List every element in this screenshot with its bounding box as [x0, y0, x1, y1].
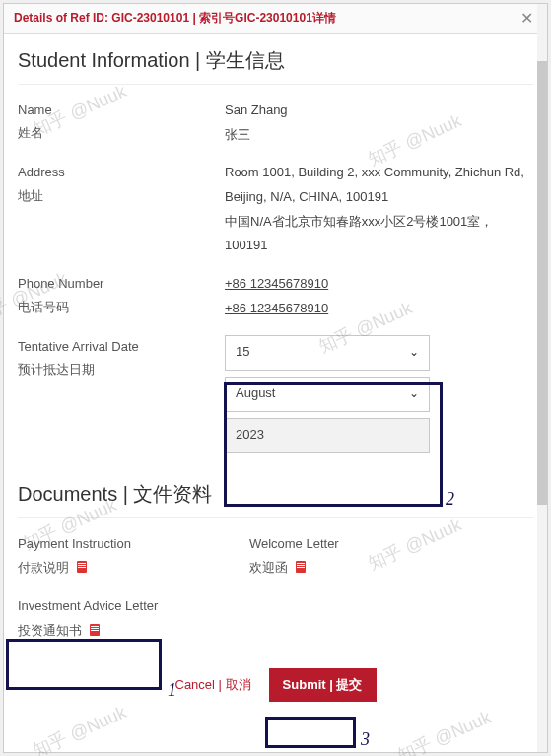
value-name: San Zhang 张三	[225, 99, 533, 147]
submit-button[interactable]: Submit | 提交	[269, 668, 377, 702]
modal-window: Details of Ref ID: GIC-23010101 | 索引号GIC…	[3, 3, 548, 753]
doc-investment-zh-line: 投资通知书	[18, 619, 158, 644]
label-address-zh: 地址	[18, 184, 225, 207]
chevron-down-icon: ⌄	[409, 382, 419, 405]
row-phone: Phone Number 电话号码 +86 12345678910 +86 12…	[18, 272, 533, 320]
footer-actions: Cancel | 取消 Submit | 提交	[18, 656, 533, 718]
phone-link-2[interactable]: +86 12345678910	[225, 301, 328, 315]
label-arrival: Tentative Arrival Date 预计抵达日期	[18, 335, 225, 453]
label-phone-en: Phone Number	[18, 272, 225, 295]
doc-investment-en: Investment Advice Letter	[18, 594, 158, 619]
pdf-icon[interactable]	[90, 624, 100, 636]
row-arrival: Tentative Arrival Date 预计抵达日期 15 ⌄ Augus…	[18, 335, 533, 453]
arrival-year-field: 2023	[225, 418, 430, 453]
value-address: Room 1001, Building 2, xxx Community, Zh…	[225, 161, 533, 258]
value-arrival: 15 ⌄ August ⌄ 2023	[225, 335, 533, 453]
cancel-button[interactable]: Cancel | 取消	[175, 676, 251, 694]
row-name: Name 姓名 San Zhang 张三	[18, 99, 533, 147]
label-arrival-zh: 预计抵达日期	[18, 358, 225, 380]
label-phone: Phone Number 电话号码	[18, 272, 225, 320]
titlebar: Details of Ref ID: GIC-23010101 | 索引号GIC…	[4, 4, 547, 34]
label-name-en: Name	[18, 99, 225, 121]
phone-link-1[interactable]: +86 12345678910	[225, 276, 328, 291]
label-arrival-en: Tentative Arrival Date	[18, 335, 225, 358]
label-address-en: Address	[18, 161, 225, 183]
arrival-year-value: 2023	[236, 423, 264, 447]
doc-payment-zh: 付款说明	[18, 560, 69, 575]
value-address-en: Room 1001, Building 2, xxx Community, Zh…	[225, 161, 533, 209]
arrival-day-value: 15	[236, 340, 249, 365]
label-phone-zh: 电话号码	[18, 296, 225, 318]
value-address-zh: 中国N/A省北京市知春路xxx小区2号楼1001室，100191	[225, 210, 533, 258]
scrollbar-thumb[interactable]	[537, 61, 547, 505]
doc-welcome-zh-line: 欢迎函	[249, 556, 339, 581]
chevron-down-icon: ⌄	[409, 341, 419, 364]
docs-row-2: Investment Advice Letter 投资通知书	[18, 594, 533, 643]
pdf-icon[interactable]	[296, 561, 306, 573]
doc-investment-letter: Investment Advice Letter 投资通知书	[18, 594, 158, 643]
arrival-day-select[interactable]: 15 ⌄	[225, 335, 430, 371]
section-student-info: Student Information | 学生信息	[18, 34, 533, 85]
arrival-month-select[interactable]: August ⌄	[225, 377, 430, 412]
section-documents: Documents | 文件资料	[18, 467, 533, 518]
value-phone: +86 12345678910 +86 12345678910	[225, 272, 533, 320]
modal-title: Details of Ref ID: GIC-23010101 | 索引号GIC…	[14, 10, 336, 27]
close-icon[interactable]: ✕	[517, 11, 537, 27]
pdf-icon[interactable]	[77, 561, 87, 573]
value-name-en: San Zhang	[225, 99, 533, 123]
docs-row-1: Payment Instruction 付款说明 Welcome Letter …	[18, 532, 533, 581]
doc-payment-en: Payment Instruction	[18, 532, 131, 557]
doc-welcome-zh: 欢迎函	[249, 560, 288, 575]
label-name-zh: 姓名	[18, 121, 225, 144]
doc-payment-instruction: Payment Instruction 付款说明	[18, 532, 131, 581]
doc-welcome-letter: Welcome Letter 欢迎函	[249, 532, 339, 581]
doc-welcome-en: Welcome Letter	[249, 532, 339, 557]
value-name-zh: 张三	[225, 123, 533, 148]
arrival-month-value: August	[236, 381, 275, 406]
row-address: Address 地址 Room 1001, Building 2, xxx Co…	[18, 161, 533, 258]
doc-investment-zh: 投资通知书	[18, 623, 82, 638]
modal-content: Student Information | 学生信息 Name 姓名 San Z…	[4, 34, 547, 752]
label-address: Address 地址	[18, 161, 225, 258]
label-name: Name 姓名	[18, 99, 225, 147]
doc-payment-zh-line: 付款说明	[18, 556, 131, 581]
